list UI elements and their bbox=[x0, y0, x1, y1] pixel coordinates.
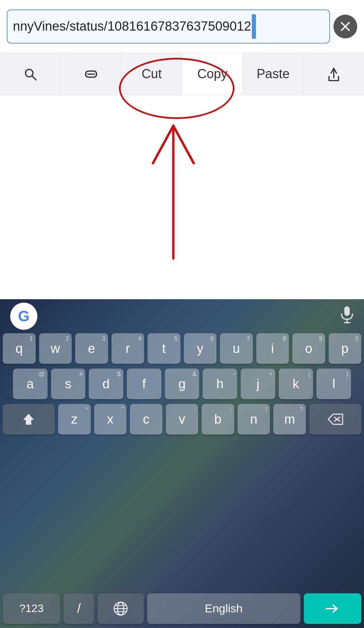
key-l[interactable]: l) bbox=[316, 369, 351, 399]
google-logo[interactable]: G bbox=[10, 303, 37, 330]
paste-label: Paste bbox=[257, 67, 290, 81]
key-q[interactable]: q1 bbox=[3, 333, 36, 364]
url-bar-container: nnyVines/status/10816167837637509012 bbox=[0, 0, 364, 53]
key-j[interactable]: j+ bbox=[241, 369, 275, 399]
key-y[interactable]: y6 bbox=[184, 333, 217, 364]
key-row-2: a@ s# d$ f g& h- j+ k( l) bbox=[3, 369, 361, 399]
key-m[interactable]: m? bbox=[273, 404, 306, 435]
num-toggle-label: ?123 bbox=[19, 602, 44, 615]
key-n[interactable]: n! bbox=[238, 404, 270, 435]
key-space[interactable]: English bbox=[147, 593, 300, 624]
url-cursor bbox=[252, 14, 256, 39]
link-icon bbox=[83, 69, 99, 79]
google-bar: G bbox=[0, 299, 364, 333]
key-h[interactable]: h- bbox=[203, 369, 237, 399]
key-w[interactable]: w2 bbox=[39, 333, 72, 364]
search-icon bbox=[23, 67, 37, 81]
key-k[interactable]: k( bbox=[279, 369, 313, 399]
key-p[interactable]: p0 bbox=[329, 333, 362, 364]
key-o[interactable]: o9 bbox=[292, 333, 325, 364]
key-c[interactable]: c bbox=[130, 404, 162, 435]
content-area bbox=[0, 95, 364, 299]
toolbar-copy[interactable]: Copy bbox=[182, 53, 243, 95]
toolbar-cut[interactable]: Cut bbox=[121, 53, 182, 95]
toolbar-paste[interactable]: Paste bbox=[243, 53, 304, 95]
keyboard-bottom-row: ?123 / English bbox=[0, 589, 364, 628]
globe-icon bbox=[113, 601, 128, 616]
copy-label: Copy bbox=[197, 67, 227, 81]
slash-label: / bbox=[77, 601, 81, 616]
toolbar-search[interactable] bbox=[0, 53, 61, 95]
svg-marker-10 bbox=[23, 414, 34, 425]
key-slash[interactable]: / bbox=[64, 593, 94, 624]
key-b[interactable]: b; bbox=[202, 404, 234, 435]
keyboard-rows: q1 w2 e3 r4 t5 y6 u7 i8 o9 p0 a@ s# d$ f… bbox=[0, 333, 364, 439]
url-close-button[interactable] bbox=[333, 15, 357, 38]
key-i[interactable]: i8 bbox=[256, 333, 289, 364]
share-icon bbox=[326, 66, 341, 83]
key-num-toggle[interactable]: ?123 bbox=[3, 593, 60, 624]
key-row-3: z* x" c v: b; n! m? bbox=[3, 404, 361, 435]
key-s[interactable]: s# bbox=[51, 369, 86, 399]
keyboard-area: G q1 w2 e3 r4 t5 y6 u7 i8 o9 p0 bbox=[0, 299, 364, 628]
url-text: nnyVines/status/10816167837637509012 bbox=[13, 19, 251, 34]
key-f[interactable]: f bbox=[127, 369, 161, 399]
key-shift[interactable] bbox=[3, 404, 55, 435]
toolbar-share[interactable] bbox=[304, 53, 364, 95]
cut-label: Cut bbox=[142, 67, 162, 81]
svg-rect-7 bbox=[344, 306, 350, 316]
key-row-1: q1 w2 e3 r4 t5 y6 u7 i8 o9 p0 bbox=[3, 333, 361, 364]
mic-button[interactable] bbox=[340, 306, 354, 327]
space-label: English bbox=[205, 602, 243, 615]
key-x[interactable]: x" bbox=[94, 404, 127, 435]
svg-line-1 bbox=[32, 76, 36, 80]
key-backspace[interactable] bbox=[309, 404, 361, 435]
key-t[interactable]: t5 bbox=[148, 333, 180, 364]
key-v[interactable]: v: bbox=[166, 404, 198, 435]
key-g[interactable]: g& bbox=[165, 369, 200, 399]
key-a[interactable]: a@ bbox=[13, 369, 48, 399]
url-bar[interactable]: nnyVines/status/10816167837637509012 bbox=[7, 10, 330, 44]
key-d[interactable]: d$ bbox=[89, 369, 123, 399]
key-u[interactable]: u7 bbox=[220, 333, 253, 364]
toolbar-link[interactable] bbox=[61, 53, 122, 95]
key-z[interactable]: z* bbox=[58, 404, 91, 435]
key-globe[interactable] bbox=[98, 593, 143, 624]
enter-arrow-icon bbox=[325, 602, 340, 615]
toolbar: Cut Copy Paste bbox=[0, 53, 364, 95]
key-enter[interactable] bbox=[304, 593, 361, 624]
key-e[interactable]: e3 bbox=[75, 333, 108, 364]
key-r[interactable]: r4 bbox=[111, 333, 144, 364]
